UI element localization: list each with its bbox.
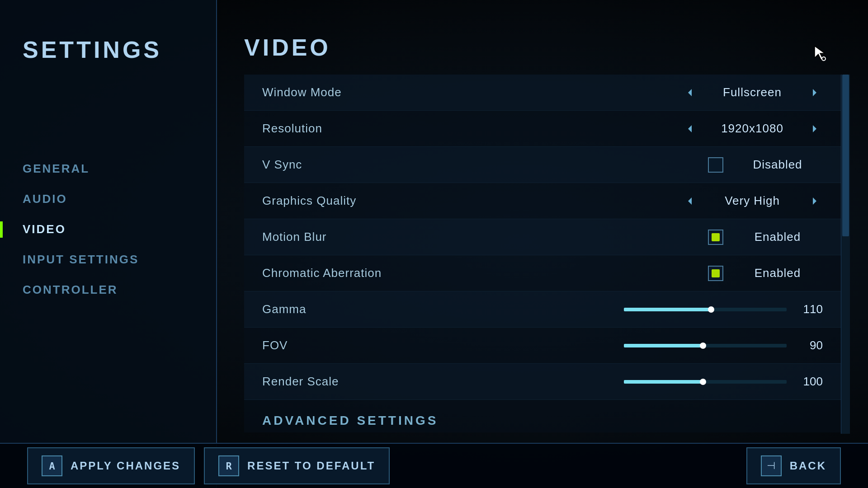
setting-row-vsync: V Sync Disabled — [244, 147, 850, 183]
setting-row-chromatic-aberration: Chromatic Aberration Enabled — [244, 255, 850, 291]
vsync-toggle[interactable] — [708, 157, 723, 173]
settings-list: Window Mode Fullscreen Resolution — [244, 75, 850, 400]
setting-label-gamma: Gamma — [262, 302, 443, 316]
gamma-slider-value: 110 — [796, 302, 823, 316]
sidebar-item-audio[interactable]: AUDIO — [23, 184, 193, 214]
setting-row-graphics-quality: Graphics Quality Very High — [244, 183, 850, 219]
scrollbar-thumb[interactable] — [842, 75, 849, 236]
setting-control-vsync: Disabled — [443, 157, 832, 173]
main-content: VIDEO Window Mode Fullscreen Resolution — [217, 0, 868, 488]
reset-to-default-button[interactable]: R RESET TO DEFAULT — [204, 447, 390, 484]
chromatic-aberration-value: Enabled — [732, 266, 823, 280]
svg-marker-5 — [813, 197, 816, 205]
fov-slider-container: 90 — [443, 338, 823, 352]
setting-label-render-scale: Render Scale — [262, 375, 443, 389]
svg-marker-1 — [813, 89, 816, 96]
motion-blur-toggle[interactable] — [708, 230, 723, 245]
setting-row-window-mode: Window Mode Fullscreen — [244, 75, 850, 111]
setting-label-vsync: V Sync — [262, 158, 443, 172]
gamma-slider-fill — [624, 308, 713, 311]
sidebar-item-label-input: INPUT SETTINGS — [23, 253, 139, 267]
setting-row-render-scale: Render Scale 100 — [244, 364, 850, 400]
bottom-buttons-left: A APPLY CHANGES R RESET TO DEFAULT — [27, 447, 390, 484]
scrollbar[interactable] — [841, 75, 850, 434]
apply-label: APPLY CHANGES — [71, 460, 180, 472]
sidebar-item-label-controller: CONTROLLER — [23, 283, 118, 297]
setting-label-motion-blur: Motion Blur — [262, 230, 443, 244]
setting-control-chromatic-aberration: Enabled — [443, 266, 832, 281]
render-scale-slider-track[interactable] — [624, 380, 787, 384]
gamma-slider-track[interactable] — [624, 308, 787, 311]
setting-row-resolution: Resolution 868x488 — [244, 111, 850, 147]
window-mode-next-button[interactable] — [807, 84, 823, 101]
sidebar: SETTINGS GENERAL AUDIO VIDEO INPUT SETTI… — [0, 0, 217, 488]
svg-marker-3 — [813, 125, 816, 132]
chromatic-aberration-dot — [712, 269, 720, 277]
graphics-quality-value: Very High — [707, 194, 797, 208]
sidebar-item-label-general: GENERAL — [23, 162, 90, 176]
settings-panel: Window Mode Fullscreen Resolution — [244, 75, 850, 434]
sidebar-item-label-video: VIDEO — [23, 222, 66, 236]
render-scale-slider-fill — [624, 380, 705, 384]
render-scale-slider-value: 100 — [796, 375, 823, 389]
nav-menu: GENERAL AUDIO VIDEO INPUT SETTINGS CONTR… — [23, 154, 193, 305]
setting-label-window-mode: Window Mode — [262, 85, 443, 99]
setting-label-resolution: Resolution — [262, 122, 443, 136]
render-scale-slider-container: 100 — [443, 375, 823, 389]
sidebar-item-general[interactable]: GENERAL — [23, 154, 193, 184]
chromatic-aberration-toggle[interactable] — [708, 266, 723, 281]
setting-control-window-mode: Fullscreen — [443, 84, 832, 101]
reset-label: RESET TO DEFAULT — [247, 460, 375, 472]
window-mode-value: Fullscreen — [707, 85, 797, 99]
setting-label-fov: FOV — [262, 338, 443, 352]
page-title: SETTINGS — [23, 36, 193, 63]
resolution-value: 868x488 — [707, 122, 797, 136]
motion-blur-dot — [712, 233, 720, 241]
back-label: BACK — [790, 460, 826, 472]
sidebar-item-video[interactable]: VIDEO — [23, 214, 193, 244]
setting-control-render-scale: 100 — [443, 375, 832, 389]
back-icon: ⊣ — [761, 455, 782, 476]
graphics-quality-prev-button[interactable] — [682, 193, 698, 209]
graphics-quality-next-button[interactable] — [807, 193, 823, 209]
gamma-slider-container: 110 — [443, 302, 823, 316]
window-mode-prev-button[interactable] — [682, 84, 698, 101]
section-title: VIDEO — [244, 34, 868, 61]
resolution-prev-button[interactable] — [682, 121, 698, 137]
reset-key-icon: R — [218, 455, 239, 476]
motion-blur-value: Enabled — [732, 230, 823, 244]
fov-slider-track[interactable] — [624, 344, 787, 347]
advanced-section: ADVANCED SETTINGS — [244, 400, 850, 432]
resolution-next-button[interactable] — [807, 121, 823, 137]
setting-control-motion-blur: Enabled — [443, 230, 832, 245]
setting-control-resolution: 868x488 — [443, 121, 832, 137]
back-button[interactable]: ⊣ BACK — [746, 447, 841, 484]
sidebar-item-input-settings[interactable]: INPUT SETTINGS — [23, 244, 193, 275]
sidebar-item-controller[interactable]: CONTROLLER — [23, 275, 193, 305]
apply-changes-button[interactable]: A APPLY CHANGES — [27, 447, 195, 484]
fov-slider-value: 90 — [796, 338, 823, 352]
svg-marker-4 — [688, 197, 692, 205]
fov-slider-fill — [624, 344, 705, 347]
svg-marker-2 — [688, 125, 692, 132]
advanced-section-title: ADVANCED SETTINGS — [262, 413, 438, 427]
setting-row-motion-blur: Motion Blur Enabled — [244, 219, 850, 255]
apply-key-icon: A — [42, 455, 62, 476]
setting-row-fov: FOV 90 — [244, 328, 850, 364]
setting-row-gamma: Gamma 110 — [244, 291, 850, 328]
setting-control-gamma: 110 — [443, 302, 832, 316]
bottom-bar: A APPLY CHANGES R RESET TO DEFAULT ⊣ BAC… — [0, 443, 868, 488]
vsync-value: Disabled — [732, 158, 823, 172]
setting-label-graphics-quality: Graphics Quality — [262, 194, 443, 208]
setting-control-graphics-quality: Very High — [443, 193, 832, 209]
setting-label-chromatic-aberration: Chromatic Aberration — [262, 266, 443, 280]
setting-control-fov: 90 — [443, 338, 832, 352]
svg-marker-0 — [688, 89, 692, 96]
sidebar-item-label-audio: AUDIO — [23, 192, 67, 206]
